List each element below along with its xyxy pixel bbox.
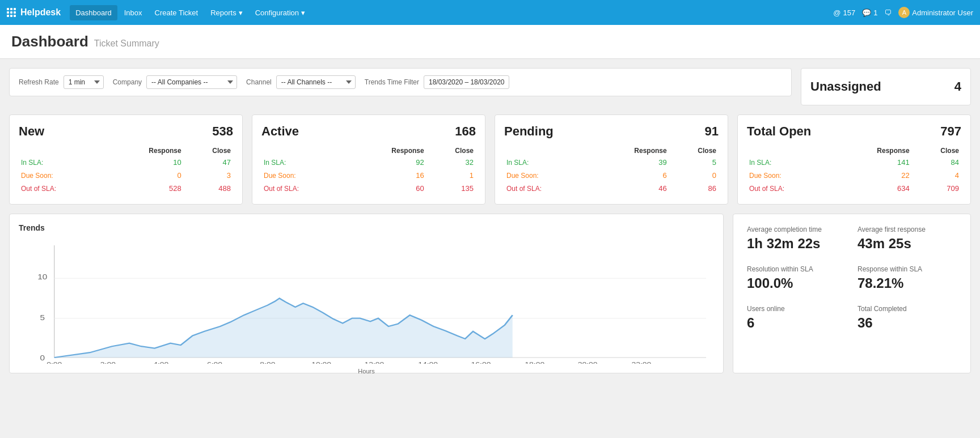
- stat-pending-title: Pending: [504, 124, 554, 139]
- stat-new-table: Response Close In SLA: 10 47 Due Soon: 0…: [19, 146, 233, 195]
- refresh-rate-group: Refresh Rate 1 min 5 min 10 min: [19, 75, 104, 89]
- resolution-sla-metric: Resolution within SLA 100.0%: [747, 265, 846, 291]
- col-empty: [261, 146, 347, 156]
- avg-first-response-label: Average first response: [858, 226, 957, 233]
- col-close: Close: [669, 146, 719, 156]
- row-response: 46: [589, 182, 669, 195]
- bottom-section: Trends 0 5 10: [9, 214, 971, 373]
- table-row: Out of SLA: 46 86: [504, 182, 719, 195]
- svg-text:2:00: 2:00: [100, 362, 116, 364]
- company-select[interactable]: -- All Companies --: [146, 75, 237, 89]
- metrics-card: Average completion time 1h 32m 22s Avera…: [733, 214, 971, 373]
- grid-icon: [7, 8, 16, 17]
- activity-icon[interactable]: 🗨: [884, 8, 892, 17]
- brand-label: Helpdesk: [20, 7, 61, 18]
- col-close: Close: [426, 146, 476, 156]
- total-completed-metric: Total Completed 36: [858, 305, 957, 331]
- stat-new-title: New: [19, 124, 44, 139]
- refresh-rate-select[interactable]: 1 min 5 min 10 min: [64, 75, 104, 89]
- col-response: Response: [589, 146, 669, 156]
- table-row: Due Soon: 0 3: [19, 169, 233, 182]
- content: Refresh Rate 1 min 5 min 10 min Company …: [0, 59, 980, 382]
- at-icon: @: [833, 8, 840, 17]
- avg-completion-label: Average completion time: [747, 226, 846, 233]
- row-close: 4: [912, 169, 961, 182]
- nav-right: @ 157 💬 1 🗨 A Administrator User: [833, 7, 973, 18]
- stat-new-count: 538: [212, 124, 233, 139]
- messages[interactable]: 💬 1: [862, 8, 877, 17]
- row-label: Due Soon:: [504, 169, 589, 182]
- stat-total-open-count: 797: [940, 124, 961, 139]
- filter-bar: Refresh Rate 1 min 5 min 10 min Company …: [9, 68, 792, 96]
- col-empty: [747, 146, 832, 156]
- nav-create-ticket[interactable]: Create Ticket: [149, 5, 204, 20]
- row-label: Due Soon:: [19, 169, 104, 182]
- response-sla-metric: Response within SLA 78.21%: [858, 265, 957, 291]
- table-row: In SLA: 39 5: [504, 156, 719, 169]
- stat-total-open-table: Response Close In SLA: 141 84 Due Soon: …: [747, 146, 961, 195]
- row-close: 47: [184, 156, 233, 169]
- nav-dashboard[interactable]: Dashboard: [70, 5, 117, 20]
- stat-total-open-card: Total Open 797 Response Close In SLA: 14…: [737, 114, 971, 205]
- chevron-down-icon: ▾: [301, 8, 305, 17]
- chart-area: 0 5 10 0:00 2:00 4:00: [19, 239, 714, 364]
- svg-text:4:00: 4:00: [153, 362, 168, 364]
- svg-text:6:00: 6:00: [207, 362, 222, 364]
- row-close: 3: [184, 169, 233, 182]
- chevron-down-icon: ▾: [239, 8, 243, 17]
- svg-text:10:00: 10:00: [311, 362, 331, 364]
- row-close: 488: [184, 182, 233, 195]
- nav-configuration[interactable]: Configuration ▾: [250, 5, 311, 20]
- row-label: Due Soon:: [261, 169, 347, 182]
- nav-reports[interactable]: Reports ▾: [205, 5, 248, 20]
- page-subtitle: Ticket Summary: [94, 39, 159, 49]
- row-label: Due Soon:: [747, 169, 832, 182]
- users-online-metric: Users online 6: [747, 305, 846, 331]
- channel-select[interactable]: -- All Channels --: [276, 75, 356, 89]
- resolution-sla-label: Resolution within SLA: [747, 265, 846, 273]
- stat-pending-table: Response Close In SLA: 39 5 Due Soon: 6 …: [504, 146, 719, 195]
- trends-chart: 0 5 10 0:00 2:00 4:00: [19, 239, 714, 364]
- navbar: Helpdesk Dashboard Inbox Create Ticket R…: [0, 0, 980, 25]
- trends-date[interactable]: 18/03/2020 – 18/03/2020: [424, 75, 509, 89]
- trends-filter-label: Trends Time Filter: [365, 78, 419, 86]
- page-header: Dashboard Ticket Summary: [0, 25, 980, 59]
- row-close: 0: [669, 169, 719, 182]
- table-row: In SLA: 10 47: [19, 156, 233, 169]
- row-response: 22: [832, 169, 911, 182]
- channel-label: Channel: [246, 78, 272, 86]
- row-response: 528: [104, 182, 183, 195]
- row-response: 10: [104, 156, 183, 169]
- svg-text:5: 5: [40, 314, 45, 321]
- row-close: 86: [669, 182, 719, 195]
- user-avatar: A: [898, 7, 910, 18]
- col-response: Response: [104, 146, 183, 156]
- refresh-rate-label: Refresh Rate: [19, 78, 59, 86]
- avg-completion-metric: Average completion time 1h 32m 22s: [747, 226, 846, 252]
- stat-total-open-title: Total Open: [747, 124, 811, 139]
- page-title: Dashboard: [11, 33, 88, 50]
- row-response: 141: [832, 156, 911, 169]
- row-label: In SLA:: [504, 156, 589, 169]
- trends-filter-group: Trends Time Filter 18/03/2020 – 18/03/20…: [365, 75, 510, 89]
- notifications[interactable]: @ 157: [833, 8, 855, 17]
- row-response: 6: [589, 169, 669, 182]
- unassigned-card: Unassigned 4: [801, 68, 971, 105]
- trends-card: Trends 0 5 10: [9, 214, 724, 373]
- metrics-grid: Average completion time 1h 32m 22s Avera…: [747, 226, 957, 331]
- svg-text:16:00: 16:00: [471, 362, 491, 364]
- users-online-label: Users online: [747, 305, 846, 313]
- stat-pending-count: 91: [705, 124, 719, 139]
- user-menu[interactable]: A Administrator User: [898, 7, 973, 18]
- avg-first-response-value: 43m 25s: [858, 236, 957, 252]
- row-response: 0: [104, 169, 183, 182]
- nav-inbox[interactable]: Inbox: [119, 5, 148, 20]
- nav-links: Dashboard Inbox Create Ticket Reports ▾ …: [70, 5, 831, 20]
- svg-text:18:00: 18:00: [525, 362, 544, 364]
- stat-active-card: Active 168 Response Close In SLA: 92 32: [252, 114, 485, 205]
- users-online-value: 6: [747, 315, 846, 331]
- row-label: Out of SLA:: [747, 182, 832, 195]
- brand[interactable]: Helpdesk: [7, 7, 61, 18]
- stat-active-table: Response Close In SLA: 92 32 Due Soon: 1…: [261, 146, 476, 195]
- company-label: Company: [113, 78, 142, 86]
